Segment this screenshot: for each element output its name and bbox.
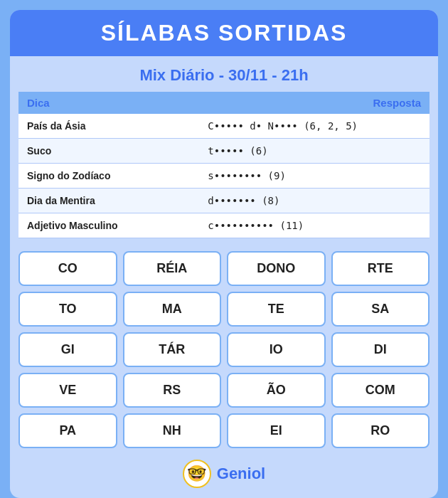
clue-answer: s•••••••• (9) [199, 164, 430, 189]
table-row: País da ÁsiaC••••• d• N•••• (6, 2, 5) [18, 114, 430, 139]
clues-table-section: Dica Resposta País da ÁsiaC••••• d• N•••… [10, 92, 438, 245]
clue-answer: C••••• d• N•••• (6, 2, 5) [199, 114, 430, 139]
brand-icon: 🤓 [187, 465, 206, 483]
clue-hint: Signo do Zodíaco [18, 164, 199, 189]
brand-name: Geniol [217, 465, 265, 483]
clue-answer: c•••••••••• (11) [199, 213, 430, 238]
syllable-cell[interactable]: DI [331, 332, 430, 367]
syllable-cell[interactable]: IO [227, 332, 326, 367]
col-header-hint: Dica [18, 92, 199, 114]
header: SÍLABAS SORTIDAS [10, 10, 438, 56]
table-row: Sucot••••• (6) [18, 139, 430, 164]
table-row: Signo do Zodíacos•••••••• (9) [18, 164, 430, 189]
col-header-answer: Resposta [199, 92, 430, 114]
syllable-cell[interactable]: RS [123, 373, 222, 408]
clue-hint: Suco [18, 139, 199, 164]
syllable-cell[interactable]: COM [331, 373, 430, 408]
syllable-cell[interactable]: TE [227, 292, 326, 327]
table-row: Dia da Mentirad••••••• (8) [18, 189, 430, 213]
syllable-cell[interactable]: NH [123, 413, 222, 448]
syllable-cell[interactable]: MA [123, 292, 222, 327]
syllable-cell[interactable]: TÁR [123, 332, 222, 367]
table-row: Adjetivo Masculinoc•••••••••• (11) [18, 213, 430, 238]
syllable-cell[interactable]: RTE [331, 251, 430, 286]
syllable-cell[interactable]: DONO [227, 251, 326, 286]
syllable-cell[interactable]: GI [18, 332, 117, 367]
clue-hint: País da Ásia [18, 114, 199, 139]
clue-answer: t••••• (6) [199, 139, 430, 164]
syllable-cell[interactable]: RO [331, 413, 430, 448]
syllable-cell[interactable]: RÉIA [123, 251, 222, 286]
brand-logo: 🤓 [183, 460, 211, 488]
clue-hint: Dia da Mentira [18, 189, 199, 213]
syllable-cell[interactable]: PA [18, 413, 117, 448]
subtitle: Mix Diário - 30/11 - 21h [10, 56, 438, 92]
syllable-cell[interactable]: TO [18, 292, 117, 327]
syllable-cell[interactable]: ÃO [227, 373, 326, 408]
syllable-cell[interactable]: EI [227, 413, 326, 448]
footer-section: 🤓 Geniol [10, 451, 438, 498]
outer-wrapper: SÍLABAS SORTIDAS Mix Diário - 30/11 - 21… [0, 0, 448, 498]
page-title: SÍLABAS SORTIDAS [17, 20, 431, 46]
clue-answer: d••••••• (8) [199, 189, 430, 213]
inner-card: SÍLABAS SORTIDAS Mix Diário - 30/11 - 21… [10, 10, 438, 498]
syllable-cell[interactable]: SA [331, 292, 430, 327]
clue-hint: Adjetivo Masculino [18, 213, 199, 238]
clues-table: Dica Resposta País da ÁsiaC••••• d• N•••… [18, 92, 430, 238]
syllable-grid: CORÉIADONORTETOMATESAGITÁRIODIVERSÃOCOMP… [10, 245, 438, 451]
syllable-cell[interactable]: VE [18, 373, 117, 408]
syllable-cell[interactable]: CO [18, 251, 117, 286]
